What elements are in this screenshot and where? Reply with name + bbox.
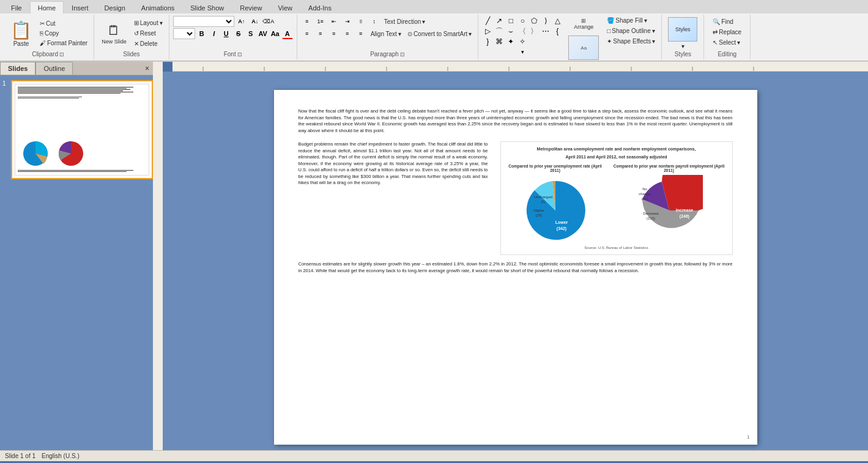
- increase-indent-button[interactable]: ⇥: [341, 16, 354, 27]
- strikethrough-button[interactable]: S: [233, 28, 244, 39]
- svg-text:(11): (11): [641, 197, 648, 201]
- cut-button[interactable]: ✂ Cut: [37, 19, 90, 28]
- tab-addins[interactable]: Add-Ins: [300, 1, 339, 13]
- tab-file[interactable]: File: [3, 1, 30, 13]
- tab-view[interactable]: View: [270, 1, 300, 13]
- shape-misc4[interactable]: ⌒: [494, 26, 505, 36]
- sidebar-tab-slides[interactable]: Slides: [0, 62, 35, 75]
- slide-count-label: Slide 1 of 1: [5, 453, 35, 459]
- shape-misc8[interactable]: ⋯: [540, 26, 551, 36]
- convert-smartart-button[interactable]: ⊙ Convert to SmartArt ▾: [405, 29, 474, 39]
- distribute-button[interactable]: ≡: [355, 28, 367, 39]
- clipboard-expand-icon[interactable]: ⊡: [59, 51, 64, 57]
- shape-misc12[interactable]: ✦: [505, 37, 516, 46]
- replace-button[interactable]: ⇄ Replace: [710, 28, 744, 37]
- text-direction-button[interactable]: Text Direction ▾: [382, 17, 428, 26]
- align-left-button[interactable]: ≡: [301, 28, 313, 39]
- shape-fill-icon: 🪣: [607, 17, 614, 24]
- shape-misc9[interactable]: {: [552, 26, 563, 36]
- shape-fill-button[interactable]: 🪣 Shape Fill ▾: [604, 16, 658, 25]
- shape-circle[interactable]: ○: [517, 16, 528, 26]
- svg-text:Lower: Lower: [555, 220, 568, 224]
- tab-slideshow[interactable]: Slide Show: [182, 1, 232, 13]
- change-case-button[interactable]: Aa: [270, 28, 281, 39]
- svg-text:Decrease: Decrease: [643, 212, 659, 215]
- copy-button[interactable]: ⎘ Copy: [37, 29, 90, 38]
- slide-and-ruler: Now that the fiscal cliff fight is over …: [153, 62, 868, 450]
- shape-pentagon[interactable]: ⬠: [529, 16, 540, 26]
- paragraph-expand-icon[interactable]: ⊡: [400, 51, 405, 57]
- styles-button[interactable]: Styles ▾: [666, 16, 700, 51]
- new-slide-button[interactable]: 🗒 New Slide: [98, 17, 130, 51]
- text-block-1[interactable]: Now that the fiscal cliff fight is over …: [299, 108, 733, 134]
- shadow-button[interactable]: S: [245, 28, 256, 39]
- clear-formatting-button[interactable]: ⌫A: [262, 16, 275, 27]
- shape-misc7[interactable]: 〉: [529, 26, 540, 36]
- numbering-button[interactable]: 1≡: [314, 16, 327, 27]
- shapes-more-button[interactable]: ▾: [482, 46, 563, 57]
- bold-button[interactable]: B: [196, 28, 207, 39]
- main-layout: Slides Outline × 1: [0, 62, 868, 450]
- horizontal-ruler: [172, 62, 868, 72]
- ribbon-group-editing: 🔍 Find ⇄ Replace ↖ Select ▾ Editing: [704, 15, 751, 59]
- font-size-select[interactable]: [173, 28, 195, 39]
- line-spacing-button[interactable]: ↕: [368, 16, 380, 27]
- layout-button[interactable]: ⊞ Layout ▾: [132, 18, 165, 28]
- align-text-button[interactable]: Align Text ▾: [368, 29, 404, 39]
- slide-1-thumbnail[interactable]: [11, 80, 153, 179]
- shape-outline-button[interactable]: □ Shape Outline ▾: [604, 26, 658, 35]
- pie1-svg: Unchanged (5) Higher (25) Lower (342): [522, 175, 589, 242]
- shape-rect[interactable]: □: [505, 16, 516, 26]
- align-right-button[interactable]: ≡: [328, 28, 340, 39]
- italic-button[interactable]: I: [209, 28, 220, 39]
- font-name-select[interactable]: [173, 16, 234, 27]
- decrease-indent-button[interactable]: ⇤: [328, 16, 340, 27]
- status-bar: Slide 1 of 1 English (U.S.): [0, 450, 868, 461]
- tab-animations[interactable]: Animations: [133, 1, 182, 13]
- shape-misc2[interactable]: △: [552, 16, 563, 26]
- chart-side-text[interactable]: Budget problems remain the chief impedim…: [299, 141, 488, 255]
- ribbon-group-paragraph: ≡ 1≡ ⇤ ⇥ ⫴ ↕ Text Direction ▾ ≡ ≡ ≡ ≡: [297, 15, 479, 59]
- svg-text:(25): (25): [535, 213, 542, 217]
- shape-line[interactable]: ╱: [482, 16, 493, 26]
- char-spacing-button[interactable]: AV: [258, 28, 269, 39]
- svg-text:change: change: [639, 192, 651, 196]
- sidebar-close-button[interactable]: ×: [141, 63, 153, 74]
- justify-button[interactable]: ≡: [341, 28, 354, 39]
- find-button[interactable]: 🔍 Find: [710, 17, 744, 26]
- decrease-font-size-button[interactable]: A↓: [249, 16, 261, 27]
- reset-button[interactable]: ↺ Reset: [132, 29, 165, 38]
- tab-review[interactable]: Review: [232, 1, 270, 13]
- tab-home[interactable]: Home: [30, 1, 64, 13]
- delete-button[interactable]: ✕ Delete: [132, 39, 165, 48]
- text-block-3[interactable]: Consensus estimates are for slightly slo…: [299, 261, 733, 274]
- format-painter-button[interactable]: 🖌 Format Painter: [37, 39, 90, 48]
- sidebar-content: 1: [0, 75, 153, 450]
- shape-misc10[interactable]: }: [482, 37, 493, 46]
- increase-font-size-button[interactable]: A↑: [236, 16, 248, 27]
- bullets-button[interactable]: ≡: [301, 16, 313, 27]
- shape-effects-button[interactable]: ✦ Shape Effects ▾: [604, 37, 658, 46]
- arrange-button[interactable]: ⊞ Arrange: [565, 16, 602, 32]
- shape-arrow[interactable]: ↗: [494, 16, 505, 26]
- quick-styles-preview: Aa: [568, 35, 599, 60]
- layout-icon: ⊞: [134, 20, 139, 26]
- select-button[interactable]: ↖ Select ▾: [710, 38, 744, 47]
- shape-misc13[interactable]: ✧: [517, 37, 528, 46]
- shape-misc11[interactable]: ⌘: [494, 37, 505, 46]
- shape-misc1[interactable]: ⟩: [540, 16, 551, 26]
- paste-button[interactable]: 📋 Paste: [6, 18, 36, 49]
- shape-misc6[interactable]: 〈: [517, 26, 528, 36]
- font-color-button[interactable]: A: [282, 28, 293, 39]
- columns-button[interactable]: ⫴: [355, 16, 367, 27]
- ribbon-group-font: A↑ A↓ ⌫A B I U S S AV Aa A: [169, 15, 297, 59]
- font-expand-icon[interactable]: ⊡: [237, 51, 242, 57]
- sidebar-tab-outline[interactable]: Outline: [35, 62, 73, 75]
- shape-misc3[interactable]: ▷: [482, 26, 493, 36]
- tab-design[interactable]: Design: [97, 1, 133, 13]
- align-center-button[interactable]: ≡: [314, 28, 327, 39]
- underline-button[interactable]: U: [221, 28, 232, 39]
- slide-scroll-area[interactable]: Now that the fiscal cliff fight is over …: [163, 72, 868, 450]
- tab-insert[interactable]: Insert: [64, 1, 97, 13]
- shape-misc5[interactable]: ⌣: [505, 26, 516, 36]
